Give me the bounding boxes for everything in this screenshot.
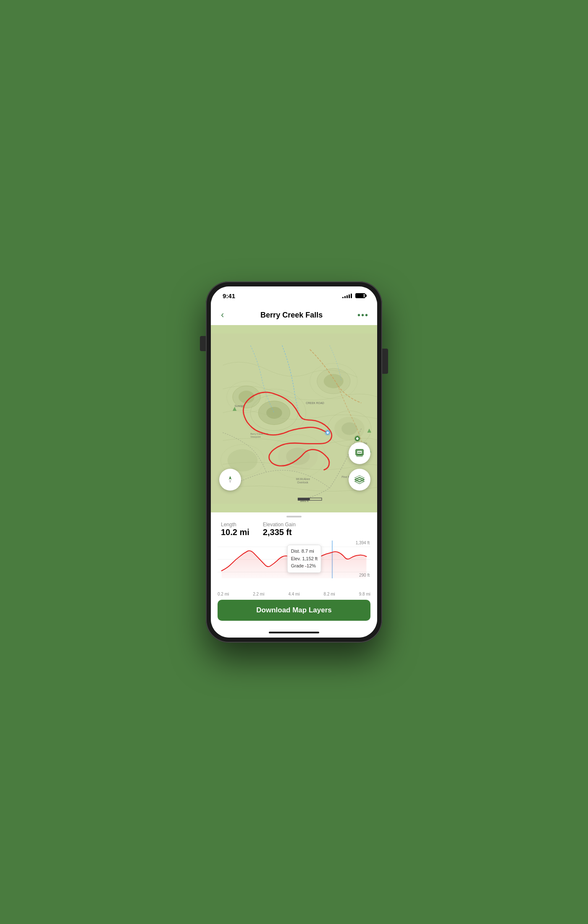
map-view[interactable]: Sunrise Berry Creek Falls Viewpoint CREE… [211,325,377,512]
signal-icon [342,293,352,298]
dist-label-3: 8.2 mi [324,592,335,596]
elevation-chart-container[interactable]: 1,394 ft 290 ft Dist. 8.7 mi Elev. 1,152… [211,541,377,591]
svg-text:Sunrise: Sunrise [235,404,244,407]
svg-point-37 [326,431,329,434]
phone-frame: 9:41 ‹ Berry Creek Falls ••• [206,281,382,643]
compass-button[interactable] [219,469,241,491]
svg-point-40 [356,437,359,440]
layers-bottom-icon [354,474,365,485]
compass-icon [225,474,236,485]
svg-marker-47 [229,480,232,483]
elevation-x-labels: 0.2 mi 2.2 mi 4.4 mi 8.2 mi 9.8 mi [211,591,377,596]
svg-point-16 [286,448,310,465]
svg-text:1001 ft: 1001 ft [300,499,308,502]
svg-rect-45 [356,455,362,457]
length-label: Length [221,522,249,528]
dist-label-0: 0.2 mi [218,592,229,596]
svg-text:Mt.McAbee: Mt.McAbee [296,478,310,480]
svg-text:CREEK ROAD: CREEK ROAD [306,402,324,404]
app-header: ‹ Berry Creek Falls ••• [211,305,377,325]
layers-top-icon [354,448,365,459]
battery-icon [355,293,365,298]
elevation-label: Elevation Gain [263,522,296,528]
status-icons [342,293,365,298]
page-title: Berry Creek Falls [260,311,323,320]
svg-point-18 [228,449,258,472]
phone-screen: 9:41 ‹ Berry Creek Falls ••• [211,286,377,638]
elevation-stat: Elevation Gain 2,335 ft [263,522,296,537]
back-button[interactable]: ‹ [219,308,226,322]
length-stat: Length 10.2 mi [221,522,249,537]
home-bar [269,632,319,633]
svg-point-10 [324,374,344,388]
more-button[interactable]: ••• [357,310,369,320]
svg-text:Viewpoint: Viewpoint [250,436,261,438]
status-bar: 9:41 [211,286,377,305]
svg-text:Overlook: Overlook [297,481,309,484]
status-time: 9:41 [223,292,235,299]
svg-marker-46 [229,476,232,480]
dist-label-1: 2.2 mi [253,592,264,596]
bottom-panel: Length 10.2 mi Elevation Gain 2,335 ft [211,512,377,627]
elevation-value: 2,335 ft [263,528,296,537]
dist-label-4: 9.8 mi [359,592,370,596]
map-layers-top-button[interactable] [349,442,370,464]
download-map-layers-button[interactable]: Download Map Layers [218,600,370,621]
dist-label-2: 4.4 mi [288,592,299,596]
home-indicator [211,627,377,638]
stats-row: Length 10.2 mi Elevation Gain 2,335 ft [211,520,377,541]
elevation-chart-svg [218,541,370,578]
drag-handle[interactable] [286,516,302,517]
map-layers-bottom-button[interactable] [349,469,370,491]
length-value: 10.2 mi [221,528,249,537]
